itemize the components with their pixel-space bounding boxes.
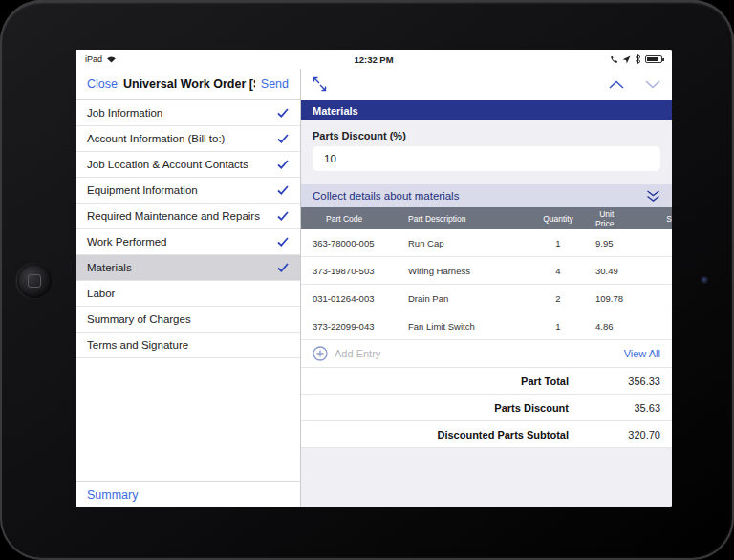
page-title: Universal Work Order [Sectio... [123, 77, 255, 91]
col-part-description: Part Description [408, 214, 521, 224]
sidebar-item[interactable]: Job Location & Account Contacts [76, 152, 300, 178]
status-bar: iPad 12:32 PM [76, 50, 672, 69]
checkmark-icon [277, 134, 289, 143]
sidebar-item-label: Equipment Information [87, 184, 277, 196]
view-all-link[interactable]: View All [624, 348, 660, 359]
checkmark-icon [277, 108, 289, 118]
cell-part-description: Drain Pan [408, 293, 521, 304]
cell-subtotal: 9.95 [614, 238, 673, 248]
table-row[interactable]: 363-78000-005 Run Cap 1 9.95 9.95 [301, 229, 672, 257]
total-label: Discounted Parts Subtotal [313, 429, 594, 441]
screen: iPad 12:32 PM [76, 50, 672, 507]
sidebar-item-label: Work Performed [87, 236, 277, 248]
ipad-frame: iPad 12:32 PM [0, 0, 734, 560]
cell-subtotal: 121.96 [618, 266, 672, 276]
sidebar-item-label: Required Maintenance and Repairs [87, 210, 277, 222]
cell-part-description: Wiring Harness [408, 266, 521, 276]
sidebar-item-label: Labor [87, 288, 277, 299]
sidebar-footer: Summary [76, 481, 300, 507]
cell-quantity: 1 [521, 321, 595, 332]
location-arrow-icon [622, 55, 631, 64]
sidebar-item[interactable]: Summary of Charges [76, 307, 300, 333]
cell-part-description: Fan Limit Switch [408, 321, 521, 332]
cell-quantity: 1 [521, 238, 595, 248]
sidebar-item[interactable]: Job Information [76, 100, 300, 126]
sidebar-item[interactable]: Labor [76, 281, 300, 307]
total-label: Parts Discount [313, 402, 594, 414]
sidebar-item-label: Materials [87, 262, 277, 273]
sidebar-item[interactable]: Required Maintenance and Repairs [76, 204, 300, 229]
cell-part-code: 373-22099-043 [313, 321, 408, 332]
checkmark-icon [277, 211, 289, 221]
table-row[interactable]: 031-01264-003 Drain Pan 2 109.78 219.56 [301, 285, 672, 312]
sidebar-item[interactable]: Account Information (Bill to:) [76, 126, 300, 152]
cell-part-code: 373-19870-503 [313, 266, 408, 276]
parts-table-header: Part Code Part Description Quantity Unit… [301, 207, 672, 229]
wifi-icon [106, 55, 117, 63]
table-row[interactable]: 373-22099-043 Fan Limit Switch 1 4.86 4.… [301, 312, 672, 340]
expand-fullscreen-icon[interactable] [313, 76, 328, 93]
master-nav-bar: Close Universal Work Order [Sectio... Se… [76, 69, 300, 100]
sidebar-item[interactable]: Work Performed [76, 229, 300, 255]
sidebar-item[interactable]: Materials [76, 255, 300, 281]
sidebar-item[interactable]: Terms and Signature [76, 333, 300, 358]
col-part-code: Part Code [313, 214, 408, 224]
checkmark-icon [277, 185, 289, 195]
total-row: Parts Discount 35.63 [301, 395, 672, 421]
total-row: Part Total 356.33 [301, 368, 672, 395]
home-button[interactable] [17, 264, 52, 298]
section-header: Materials [301, 100, 672, 120]
sidebar-item-label: Account Information (Bill to:) [87, 133, 277, 144]
checkmark-icon [277, 263, 289, 272]
total-value: 35.63 [594, 402, 660, 414]
col-subtotal: Subtotal [614, 214, 672, 224]
close-button[interactable]: Close [87, 77, 118, 91]
section-header-label: Materials [313, 105, 358, 117]
col-quantity: Quantity [521, 214, 595, 224]
add-entry-label[interactable]: Add Entry [335, 348, 380, 359]
cell-unit-price: 30.49 [595, 266, 618, 276]
chevron-up-icon[interactable] [609, 80, 624, 89]
parts-table-body: 363-78000-005 Run Cap 1 9.95 9.95 373-19… [301, 229, 672, 340]
sidebar-item[interactable]: Equipment Information [76, 178, 300, 204]
parts-discount-input[interactable] [313, 146, 660, 171]
send-button[interactable]: Send [261, 77, 289, 91]
checkmark-icon [277, 160, 289, 169]
cell-subtotal: 4.86 [614, 321, 673, 332]
sidebar-item-label: Job Location & Account Contacts [87, 159, 277, 170]
materials-panel: Materials Parts Discount (%) Collect det… [301, 69, 672, 507]
cell-part-description: Run Cap [408, 238, 521, 248]
add-entry-icon[interactable] [313, 346, 328, 361]
cell-unit-price: 9.95 [595, 238, 614, 248]
summary-link[interactable]: Summary [87, 488, 138, 502]
cell-part-code: 363-78000-005 [313, 238, 408, 248]
detail-toolbar [301, 69, 672, 100]
chevron-down-icon[interactable] [645, 80, 660, 89]
total-value: 320.70 [594, 429, 660, 441]
collect-details-bar[interactable]: Collect details about materials [301, 184, 672, 207]
cell-unit-price: 109.78 [595, 293, 623, 304]
total-value: 356.33 [594, 376, 660, 387]
cell-subtotal: 219.56 [623, 293, 672, 304]
battery-icon [645, 55, 662, 63]
cell-part-code: 031-01264-003 [313, 293, 408, 304]
collect-details-label: Collect details about materials [313, 190, 459, 202]
clock: 12:32 PM [200, 54, 548, 65]
sidebar-item-label: Summary of Charges [87, 313, 277, 325]
section-sidebar: Close Universal Work Order [Sectio... Se… [76, 69, 301, 507]
totals-section: Part Total 356.33 Parts Discount 35.63 D… [301, 368, 672, 448]
checkmark-icon [277, 237, 289, 247]
cell-quantity: 4 [521, 266, 595, 276]
sidebar-section-list: Job Information Account Information (Bil… [76, 100, 300, 358]
camera-dot [701, 276, 709, 285]
phone-icon [610, 55, 618, 64]
cell-quantity: 2 [521, 293, 595, 304]
parts-discount-label: Parts Discount (%) [301, 120, 672, 146]
total-row: Discounted Parts Subtotal 320.70 [301, 421, 672, 448]
table-row[interactable]: 373-19870-503 Wiring Harness 4 30.49 121… [301, 257, 672, 285]
double-chevron-down-icon[interactable] [646, 190, 660, 203]
sidebar-item-label: Terms and Signature [87, 339, 277, 351]
bluetooth-icon [635, 54, 641, 64]
cell-unit-price: 4.86 [595, 321, 614, 332]
carrier-label: iPad [85, 54, 102, 64]
